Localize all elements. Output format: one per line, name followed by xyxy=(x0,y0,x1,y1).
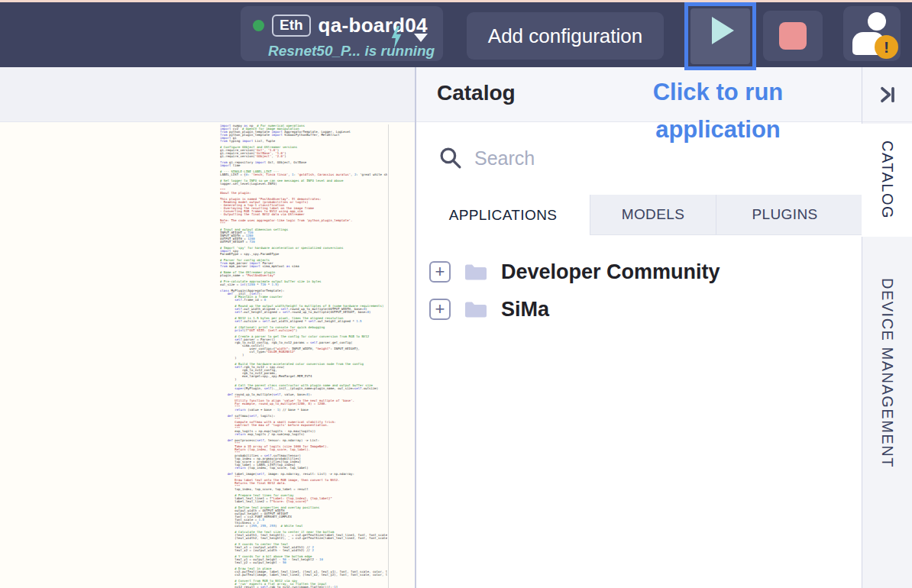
tree-item-label: Developer Community xyxy=(501,260,720,284)
chevron-down-icon[interactable] xyxy=(414,34,428,42)
panel-title: Catalog xyxy=(437,81,516,105)
device-name: qa-board04 xyxy=(319,14,428,37)
user-avatar-button[interactable]: ! xyxy=(843,6,901,61)
person-icon xyxy=(868,12,886,31)
device-status: Resnet50_P... is running xyxy=(268,43,435,60)
search-icon xyxy=(439,147,462,170)
warning-badge-icon: ! xyxy=(875,35,898,59)
tree-item-developer-community[interactable]: + Developer Community xyxy=(429,258,720,286)
run-button-highlight xyxy=(684,2,756,70)
top-accent-line xyxy=(0,0,912,2)
search-box[interactable]: Search xyxy=(416,122,862,195)
add-configuration-button[interactable]: Add configuration xyxy=(467,12,664,60)
editor-ruler-line xyxy=(388,124,389,588)
expand-icon[interactable]: + xyxy=(429,261,451,283)
tab-plugins[interactable]: PLUGINS xyxy=(716,195,853,235)
power-bolt-icon xyxy=(390,26,403,49)
tree-item-label: SiMa xyxy=(501,298,549,321)
collapse-panel-icon[interactable] xyxy=(877,84,898,105)
stop-button[interactable] xyxy=(763,11,823,61)
catalog-tabs: APPLICATIONS MODELS PLUGINS xyxy=(416,195,862,235)
catalog-header: Catalog xyxy=(416,67,862,122)
side-tab-catalog[interactable]: CATALOG xyxy=(862,124,912,237)
catalog-panel: Catalog Search APPLICATIONS MODELS PLUGI… xyxy=(415,67,862,588)
code-block[interactable]: import numpy as np # For numerical opera… xyxy=(220,124,387,588)
search-placeholder: Search xyxy=(474,147,535,170)
device-selector[interactable]: Eth qa-board04 Resnet50_P... is running xyxy=(241,6,443,61)
catalog-tree: + Developer Community + SiMa xyxy=(416,235,862,588)
strip-header xyxy=(862,67,912,122)
stop-icon xyxy=(779,22,807,50)
tab-filler xyxy=(853,195,862,235)
side-tab-strip: CATALOG DEVICE MANAGEMENT xyxy=(862,67,912,588)
run-application-button[interactable] xyxy=(690,8,750,64)
tree-item-sima[interactable]: + SiMa xyxy=(429,296,549,323)
main-area: import numpy as np # For numerical opera… xyxy=(0,67,912,588)
workspace-toolbar-band xyxy=(0,67,415,122)
editor-workspace: import numpy as np # For numerical opera… xyxy=(0,67,415,588)
tab-applications[interactable]: APPLICATIONS xyxy=(416,195,590,235)
topbar: Eth qa-board04 Resnet50_P... is running … xyxy=(0,0,912,67)
expand-icon[interactable]: + xyxy=(429,299,451,320)
folder-icon xyxy=(462,260,490,283)
play-icon xyxy=(712,17,734,44)
eth-badge: Eth xyxy=(272,15,311,37)
folder-icon xyxy=(462,298,490,321)
app-window: Eth qa-board04 Resnet50_P... is running … xyxy=(0,0,912,588)
tab-models[interactable]: MODELS xyxy=(590,195,716,235)
device-online-dot xyxy=(253,20,264,31)
side-tab-device-management[interactable]: DEVICE MANAGEMENT xyxy=(862,250,912,495)
